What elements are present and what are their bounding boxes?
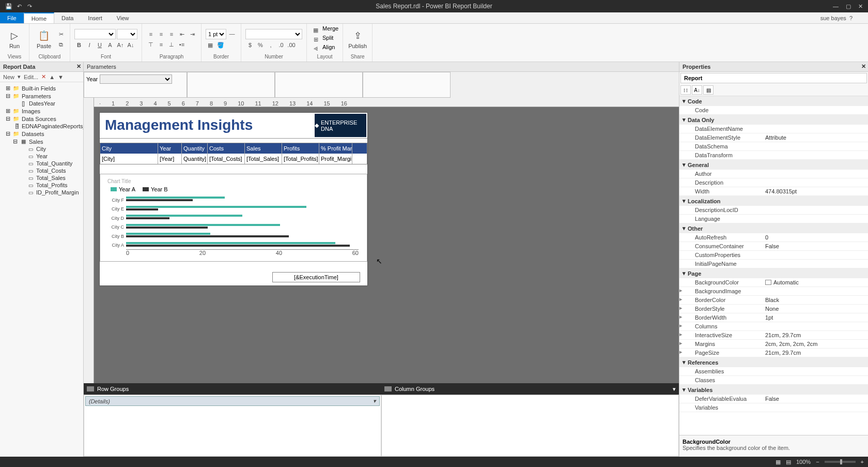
param-cell-empty[interactable] [275,72,363,98]
align-label[interactable]: Align [322,44,335,53]
font-size-select[interactable] [117,29,137,39]
groups-menu-icon[interactable]: ▾ [673,386,676,393]
tree-param-datesyear[interactable]: []DatesYear [1,100,82,107]
zoom-slider[interactable] [825,461,856,463]
edit-button[interactable]: Edit... [24,74,38,80]
tab-insert[interactable]: Insert [81,12,110,23]
increase-indent-icon[interactable]: ⇥ [188,29,197,39]
close-icon[interactable]: ✕ [76,63,81,70]
valign-top-icon[interactable]: ⊤ [146,40,156,49]
param-year-select[interactable] [100,74,172,84]
tree-field-city[interactable]: ▭City [1,145,82,153]
param-cell-empty[interactable] [187,72,275,98]
logo-image[interactable]: ◆ENTERPRISE DNA [315,114,366,137]
grow-font-icon[interactable]: A↑ [116,40,125,50]
column-groups-pane[interactable] [381,395,679,457]
report-title[interactable]: Management Insights [100,113,314,138]
tree-datasource-item[interactable]: 🗄EDNAPaginatedReports_Ma [1,123,82,130]
tab-file[interactable]: File [0,12,24,23]
help-icon[interactable]: ? [849,15,853,21]
merge-label[interactable]: Merge [322,25,338,35]
minimize-button[interactable]: — [833,3,839,10]
close-button[interactable]: ✕ [858,3,863,10]
view-design-icon[interactable]: ▦ [776,459,781,465]
properties-selector[interactable]: Report [680,73,867,83]
tab-home[interactable]: Home [24,12,54,23]
chart[interactable]: Chart Title Year A Year B City FCity ECi… [100,174,367,262]
border-style-icon[interactable]: — [227,29,237,38]
report-data-tree[interactable]: ⊞📁Built-in Fields ⊟📁Parameters []DatesYe… [0,82,83,457]
maximize-button[interactable]: ▢ [846,3,851,10]
bullets-icon[interactable]: •≡ [177,40,187,49]
col-year[interactable]: Year [158,143,182,154]
cell-profits[interactable]: [Total_Profits] [282,154,319,164]
tree-images[interactable]: ⊞📁Images [1,107,82,115]
tree-dataset-sales[interactable]: ⊟▦Sales [1,138,82,145]
cell-city[interactable]: [City] [100,154,158,164]
undo-icon[interactable]: ↶ [16,3,23,10]
align-left-icon[interactable]: ≡ [146,29,156,39]
col-sales[interactable]: Sales [245,143,282,154]
new-button[interactable]: New [3,74,14,80]
font-color-icon[interactable]: A [105,40,115,50]
move-up-icon[interactable]: ▲ [49,74,55,80]
valign-middle-icon[interactable]: ≡ [157,40,166,49]
border-width-select[interactable]: 1 pt [206,29,226,39]
details-group[interactable]: (Details)▾ [85,396,380,406]
tree-datasources[interactable]: ⊟📁Data Sources [1,115,82,123]
comma-icon[interactable]: , [266,40,275,50]
user-display[interactable]: sue bayes ? [820,12,868,23]
merge-icon[interactable]: ▦ [311,25,320,35]
tree-field-profits[interactable]: ▭Total_Profits [1,182,82,189]
inc-decimal-icon[interactable]: .0 [276,40,286,50]
align-objects-icon[interactable]: ⫷ [311,44,320,53]
number-format-select[interactable] [245,29,302,39]
cell-qty[interactable]: Quantity] [182,154,208,164]
save-icon[interactable]: 💾 [5,3,12,10]
dropdown-icon[interactable]: ▾ [373,398,376,404]
report-body[interactable]: Management Insights ◆ENTERPRISE DNA City… [99,112,368,286]
categorized-icon[interactable]: ⫶⫶ [680,85,691,95]
underline-icon[interactable]: U [95,40,104,50]
col-costs[interactable]: Costs [208,143,245,154]
zoom-level[interactable]: 100% [796,459,811,465]
publish-button[interactable]: ⇪Publish [347,25,368,54]
border-preset-icon[interactable]: ▦ [206,40,215,50]
view-preview-icon[interactable]: ▤ [786,459,791,465]
col-margin[interactable]: % Profit Margin [319,143,352,154]
delete-icon[interactable]: ✕ [41,73,46,80]
chart-title[interactable]: Chart Title [103,177,364,185]
bold-icon[interactable]: B [74,40,84,50]
tree-parameters[interactable]: ⊟📁Parameters [1,92,82,100]
report-table[interactable]: City Year Quantity Costs Sales Profits %… [100,143,367,164]
zoom-out-icon[interactable]: − [816,459,819,465]
cut-icon[interactable]: ✂ [56,29,66,39]
col-city[interactable]: City [100,143,158,154]
param-cell-year[interactable]: Year [84,72,187,98]
align-center-icon[interactable]: ≡ [157,29,166,39]
split-label[interactable]: Split [322,35,333,44]
fill-color-icon[interactable]: 🪣 [216,40,225,50]
move-down-icon[interactable]: ▼ [58,74,64,80]
tab-view[interactable]: View [110,12,136,23]
property-pages-icon[interactable]: ▤ [703,85,714,95]
tree-datasets[interactable]: ⊟📁Datasets [1,130,82,138]
chart-legend[interactable]: Year A Year B [103,185,364,193]
row-groups-pane[interactable]: (Details)▾ [84,395,381,457]
redo-icon[interactable]: ↷ [26,3,33,10]
properties-grid[interactable]: ▾Code Code ▾Data Only DataElementName Da… [679,96,868,435]
alphabetical-icon[interactable]: A↓ [692,85,702,95]
tree-field-sales[interactable]: ▭Total_Sales [1,174,82,182]
cell-margin[interactable]: Profit_Margin] [319,154,352,164]
cell-year[interactable]: [Year] [158,154,182,164]
align-right-icon[interactable]: ≡ [167,29,176,39]
paste-button[interactable]: 📋Paste [34,25,54,54]
tree-field-year[interactable]: ▭Year [1,153,82,160]
split-icon[interactable]: ⊞ [311,35,320,44]
decrease-indent-icon[interactable]: ⇤ [177,29,187,39]
italic-icon[interactable]: I [85,40,94,50]
tree-field-costs[interactable]: ▭Total_Costs [1,167,82,174]
run-button[interactable]: ▷Run [4,25,25,54]
design-surface[interactable]: ·12345678910111213141516 Management Insi… [84,98,679,383]
param-cell-empty[interactable] [363,72,451,98]
